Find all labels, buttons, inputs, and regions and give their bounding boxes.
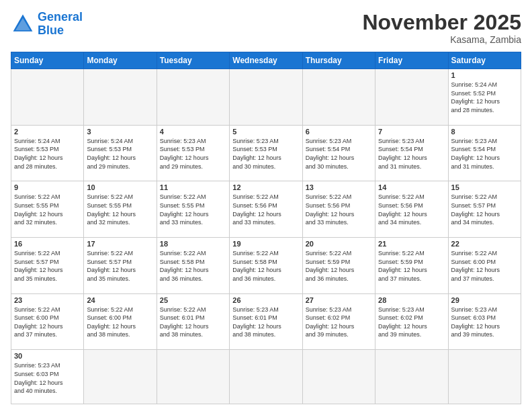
day-info: Sunrise: 5:23 AM Sunset: 6:02 PM Dayligh… bbox=[306, 306, 372, 339]
table-row: 26Sunrise: 5:23 AM Sunset: 6:01 PM Dayli… bbox=[230, 293, 302, 350]
day-number: 16 bbox=[14, 240, 81, 248]
table-row bbox=[302, 69, 375, 126]
day-number: 7 bbox=[378, 128, 445, 136]
day-info: Sunrise: 5:23 AM Sunset: 6:03 PM Dayligh… bbox=[451, 306, 518, 339]
day-number: 21 bbox=[378, 240, 445, 248]
day-info: Sunrise: 5:22 AM Sunset: 5:57 PM Dayligh… bbox=[87, 249, 153, 283]
day-info: Sunrise: 5:23 AM Sunset: 5:54 PM Dayligh… bbox=[306, 137, 372, 171]
table-row: 11Sunrise: 5:22 AM Sunset: 5:55 PM Dayli… bbox=[157, 181, 229, 238]
table-row: 29Sunrise: 5:23 AM Sunset: 6:03 PM Dayli… bbox=[448, 293, 521, 350]
table-row bbox=[302, 350, 375, 404]
table-row: 13Sunrise: 5:22 AM Sunset: 5:56 PM Dayli… bbox=[302, 181, 375, 238]
day-info: Sunrise: 5:22 AM Sunset: 6:00 PM Dayligh… bbox=[451, 249, 518, 283]
day-number: 6 bbox=[306, 128, 372, 136]
table-row: 9Sunrise: 5:22 AM Sunset: 5:55 PM Daylig… bbox=[11, 181, 84, 238]
day-number: 25 bbox=[160, 296, 226, 304]
table-row: 4Sunrise: 5:23 AM Sunset: 5:53 PM Daylig… bbox=[157, 125, 229, 181]
table-row: 7Sunrise: 5:23 AM Sunset: 5:54 PM Daylig… bbox=[375, 125, 448, 181]
day-info: Sunrise: 5:22 AM Sunset: 6:01 PM Dayligh… bbox=[160, 306, 226, 339]
day-number: 26 bbox=[232, 296, 299, 304]
title-block: November 2025 Kasama, Zambia bbox=[362, 11, 521, 45]
header-tuesday: Tuesday bbox=[157, 52, 229, 69]
table-row: 19Sunrise: 5:22 AM Sunset: 5:58 PM Dayli… bbox=[230, 238, 302, 294]
day-number: 22 bbox=[451, 240, 518, 248]
table-row: 5Sunrise: 5:23 AM Sunset: 5:53 PM Daylig… bbox=[230, 125, 302, 181]
day-info: Sunrise: 5:22 AM Sunset: 5:55 PM Dayligh… bbox=[14, 193, 81, 226]
header-thursday: Thursday bbox=[302, 52, 375, 69]
table-row: 1Sunrise: 5:24 AM Sunset: 5:52 PM Daylig… bbox=[448, 69, 521, 126]
day-number: 28 bbox=[378, 296, 445, 304]
day-info: Sunrise: 5:23 AM Sunset: 5:54 PM Dayligh… bbox=[451, 137, 518, 171]
logo-text: General Blue bbox=[38, 11, 83, 38]
day-info: Sunrise: 5:23 AM Sunset: 5:54 PM Dayligh… bbox=[378, 137, 445, 171]
header-sunday: Sunday bbox=[11, 52, 84, 69]
table-row bbox=[11, 69, 84, 126]
day-number: 10 bbox=[87, 183, 153, 191]
table-row: 17Sunrise: 5:22 AM Sunset: 5:57 PM Dayli… bbox=[84, 238, 157, 294]
day-number: 5 bbox=[232, 128, 299, 136]
logo-icon bbox=[11, 12, 35, 36]
header-wednesday: Wednesday bbox=[230, 52, 302, 69]
table-row bbox=[230, 69, 302, 126]
day-number: 12 bbox=[232, 183, 299, 191]
day-number: 17 bbox=[87, 240, 153, 248]
month-title: November 2025 bbox=[362, 11, 521, 34]
table-row bbox=[84, 69, 157, 126]
day-info: Sunrise: 5:22 AM Sunset: 6:00 PM Dayligh… bbox=[87, 306, 153, 339]
table-row: 28Sunrise: 5:23 AM Sunset: 6:02 PM Dayli… bbox=[375, 293, 448, 350]
table-row: 15Sunrise: 5:22 AM Sunset: 5:57 PM Dayli… bbox=[448, 181, 521, 238]
day-info: Sunrise: 5:23 AM Sunset: 5:53 PM Dayligh… bbox=[232, 137, 299, 171]
table-row bbox=[375, 350, 448, 404]
day-info: Sunrise: 5:22 AM Sunset: 5:58 PM Dayligh… bbox=[232, 249, 299, 283]
table-row: 18Sunrise: 5:22 AM Sunset: 5:58 PM Dayli… bbox=[157, 238, 229, 294]
day-number: 24 bbox=[87, 296, 153, 304]
day-number: 23 bbox=[14, 296, 81, 304]
day-number: 1 bbox=[451, 71, 518, 79]
day-number: 13 bbox=[306, 183, 372, 191]
table-row: 23Sunrise: 5:22 AM Sunset: 6:00 PM Dayli… bbox=[11, 293, 84, 350]
day-number: 29 bbox=[451, 296, 518, 304]
table-row: 6Sunrise: 5:23 AM Sunset: 5:54 PM Daylig… bbox=[302, 125, 375, 181]
calendar-row: 23Sunrise: 5:22 AM Sunset: 6:00 PM Dayli… bbox=[11, 293, 521, 350]
day-info: Sunrise: 5:23 AM Sunset: 6:01 PM Dayligh… bbox=[232, 306, 299, 339]
day-info: Sunrise: 5:22 AM Sunset: 5:56 PM Dayligh… bbox=[378, 193, 445, 226]
day-number: 14 bbox=[378, 183, 445, 191]
day-info: Sunrise: 5:22 AM Sunset: 5:59 PM Dayligh… bbox=[378, 249, 445, 283]
table-row: 20Sunrise: 5:22 AM Sunset: 5:59 PM Dayli… bbox=[302, 238, 375, 294]
day-info: Sunrise: 5:22 AM Sunset: 5:55 PM Dayligh… bbox=[160, 193, 226, 226]
calendar-row: 30Sunrise: 5:23 AM Sunset: 6:03 PM Dayli… bbox=[11, 350, 521, 404]
table-row: 24Sunrise: 5:22 AM Sunset: 6:00 PM Dayli… bbox=[84, 293, 157, 350]
table-row bbox=[230, 350, 302, 404]
day-number: 20 bbox=[306, 240, 372, 248]
calendar-row: 9Sunrise: 5:22 AM Sunset: 5:55 PM Daylig… bbox=[11, 181, 521, 238]
header: General Blue November 2025 Kasama, Zambi… bbox=[11, 11, 521, 45]
day-info: Sunrise: 5:23 AM Sunset: 6:02 PM Dayligh… bbox=[378, 306, 445, 339]
day-info: Sunrise: 5:22 AM Sunset: 5:57 PM Dayligh… bbox=[451, 193, 518, 226]
table-row bbox=[375, 69, 448, 126]
day-info: Sunrise: 5:22 AM Sunset: 5:59 PM Dayligh… bbox=[306, 249, 372, 283]
day-number: 4 bbox=[160, 128, 226, 136]
weekday-header-row: Sunday Monday Tuesday Wednesday Thursday… bbox=[11, 52, 521, 69]
location-subtitle: Kasama, Zambia bbox=[362, 34, 521, 45]
day-info: Sunrise: 5:22 AM Sunset: 5:58 PM Dayligh… bbox=[160, 249, 226, 283]
day-number: 27 bbox=[306, 296, 372, 304]
table-row: 2Sunrise: 5:24 AM Sunset: 5:53 PM Daylig… bbox=[11, 125, 84, 181]
day-number: 3 bbox=[87, 128, 153, 136]
day-number: 19 bbox=[232, 240, 299, 248]
table-row: 14Sunrise: 5:22 AM Sunset: 5:56 PM Dayli… bbox=[375, 181, 448, 238]
header-monday: Monday bbox=[84, 52, 157, 69]
table-row: 16Sunrise: 5:22 AM Sunset: 5:57 PM Dayli… bbox=[11, 238, 84, 294]
day-number: 18 bbox=[160, 240, 226, 248]
calendar-row: 16Sunrise: 5:22 AM Sunset: 5:57 PM Dayli… bbox=[11, 238, 521, 294]
table-row: 21Sunrise: 5:22 AM Sunset: 5:59 PM Dayli… bbox=[375, 238, 448, 294]
page: General Blue November 2025 Kasama, Zambi… bbox=[0, 0, 532, 411]
day-info: Sunrise: 5:22 AM Sunset: 5:56 PM Dayligh… bbox=[232, 193, 299, 226]
header-saturday: Saturday bbox=[448, 52, 521, 69]
day-info: Sunrise: 5:24 AM Sunset: 5:53 PM Dayligh… bbox=[14, 137, 81, 171]
day-number: 9 bbox=[14, 183, 81, 191]
table-row bbox=[84, 350, 157, 404]
header-friday: Friday bbox=[375, 52, 448, 69]
logo: General Blue bbox=[11, 11, 83, 38]
day-info: Sunrise: 5:24 AM Sunset: 5:53 PM Dayligh… bbox=[87, 137, 153, 171]
day-number: 8 bbox=[451, 128, 518, 136]
